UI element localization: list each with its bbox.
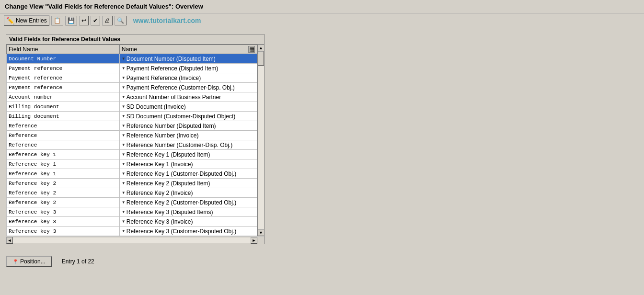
table-row[interactable]: Reference key 2▼Reference Key 2 (Invoice… (7, 188, 257, 198)
title-bar: Change View "Valid Fields for Reference … (0, 0, 644, 13)
dropdown-arrow-icon[interactable]: ▼ (122, 124, 126, 128)
name-value: Payment Reference (Disputed Item) (126, 65, 218, 72)
table-row[interactable]: Reference key 2▼Reference Key 2 (Custome… (7, 198, 257, 207)
data-table: Field Name Name ▦ Document Number▼Docume… (6, 45, 257, 236)
dropdown-arrow-icon[interactable]: ▼ (122, 57, 126, 61)
name-value: Reference Key 3 (Disputed Items) (126, 209, 213, 216)
field-cell: Reference key 2 (7, 179, 120, 188)
h-scroll-track[interactable] (13, 238, 251, 243)
name-cell: ▼Reference Number (Customer-Disp. Obj.) (119, 140, 257, 150)
scroll-track[interactable] (258, 51, 264, 229)
table-wrapper: Field Name Name ▦ Document Number▼Docume… (6, 45, 257, 236)
table-row[interactable]: Reference key 3▼Reference Key 3 (Custome… (7, 227, 257, 236)
undo-button[interactable]: ↩ (79, 16, 89, 25)
find-icon: 🔍 (117, 17, 124, 24)
table-row[interactable]: Reference▼Reference Number (Customer-Dis… (7, 140, 257, 150)
field-cell: Reference (7, 140, 120, 150)
new-entries-button[interactable]: ✏️ New Entries (4, 15, 49, 26)
vertical-scrollbar[interactable]: ▲ ▼ (257, 45, 264, 236)
copy-icon: 📋 (54, 17, 61, 24)
dropdown-arrow-icon[interactable]: ▼ (122, 162, 126, 166)
table-row[interactable]: Document Number▼Document Number (Dispute… (7, 54, 257, 64)
name-cell: ▼Account Number of Business Partner (119, 92, 257, 102)
table-row[interactable]: Reference▼Reference Number (Invoice) (7, 131, 257, 140)
position-label: Position... (20, 258, 46, 265)
page-title: Change View "Valid Fields for Reference … (5, 3, 203, 10)
dropdown-arrow-icon[interactable]: ▼ (122, 200, 126, 204)
horizontal-scrollbar[interactable]: ◄ ► (6, 236, 264, 244)
new-entries-label: New Entries (16, 17, 47, 24)
dropdown-arrow-icon[interactable]: ▼ (122, 152, 126, 157)
find-button[interactable]: 🔍 (115, 16, 126, 25)
name-cell: ▼Payment Reference (Invoice) (119, 73, 257, 83)
print-button[interactable]: 🖨 (102, 16, 113, 25)
table-row[interactable]: Reference▼Reference Number (Disputed Ite… (7, 121, 257, 131)
name-cell: ▼Reference Number (Invoice) (119, 131, 257, 140)
save-button[interactable]: 💾 (65, 16, 77, 25)
field-cell: Billing document (7, 102, 120, 112)
field-cell: Reference key 1 (7, 169, 120, 179)
dropdown-arrow-icon[interactable]: ▼ (122, 171, 126, 176)
table-row[interactable]: Reference key 1▼Reference Key 1 (Invoice… (7, 159, 257, 169)
table-row[interactable]: Reference key 3▼Reference Key 3 (Dispute… (7, 207, 257, 217)
panel: Valid Fields for Reference Default Value… (6, 34, 264, 244)
name-cell: ▼Reference Key 3 (Disputed Items) (119, 207, 257, 217)
field-cell: Payment reference (7, 64, 120, 73)
name-cell: ▼Reference Key 1 (Disputed Item) (119, 150, 257, 159)
dropdown-arrow-icon[interactable]: ▼ (122, 191, 126, 195)
name-cell: ▼Reference Key 1 (Customer-Disputed Obj.… (119, 169, 257, 179)
scroll-thumb[interactable] (258, 51, 264, 66)
name-cell: ▼Payment Reference (Disputed Item) (119, 64, 257, 73)
dropdown-arrow-icon[interactable]: ▼ (122, 85, 126, 90)
table-row[interactable]: Payment reference▼Payment Reference (Cus… (7, 83, 257, 92)
field-cell: Document Number (7, 54, 120, 64)
table-row[interactable]: Account number▼Account Number of Busines… (7, 92, 257, 102)
scroll-left-button[interactable]: ◄ (6, 237, 13, 244)
new-entries-icon: ✏️ (6, 17, 14, 24)
dropdown-arrow-icon[interactable]: ▼ (122, 219, 126, 224)
dropdown-arrow-icon[interactable]: ▼ (122, 95, 126, 99)
copy-button[interactable]: 📋 (51, 16, 63, 25)
table-row[interactable]: Payment reference▼Payment Reference (Inv… (7, 73, 257, 83)
dropdown-arrow-icon[interactable]: ▼ (122, 210, 126, 214)
dropdown-arrow-icon[interactable]: ▼ (122, 114, 126, 118)
check-button[interactable]: ✔ (91, 16, 100, 25)
dropdown-arrow-icon[interactable]: ▼ (122, 181, 126, 185)
table-row[interactable]: Reference key 1▼Reference Key 1 (Custome… (7, 169, 257, 179)
table-row[interactable]: Payment reference▼Payment Reference (Dis… (7, 64, 257, 73)
table-row[interactable]: Billing document▼SD Document (Customer-D… (7, 112, 257, 121)
name-cell: ▼SD Document (Customer-Disputed Object) (119, 112, 257, 121)
name-cell: ▼Reference Key 3 (Customer-Disputed Obj.… (119, 227, 257, 236)
name-value: Reference Key 1 (Disputed Item) (126, 151, 210, 158)
name-value: Reference Key 3 (Invoice) (126, 218, 193, 225)
save-icon: 💾 (68, 17, 75, 24)
table-row[interactable]: Reference key 2▼Reference Key 2 (Dispute… (7, 179, 257, 188)
field-cell: Account number (7, 92, 120, 102)
dropdown-arrow-icon[interactable]: ▼ (122, 229, 126, 233)
name-value: Payment Reference (Invoice) (126, 75, 201, 81)
scroll-up-button[interactable]: ▲ (258, 45, 264, 51)
field-cell: Reference key 3 (7, 207, 120, 217)
column-settings-icon[interactable]: ▦ (248, 46, 255, 53)
table-row[interactable]: Billing document▼SD Document (Invoice) (7, 102, 257, 112)
panel-title: Valid Fields for Reference Default Value… (6, 34, 264, 45)
dropdown-arrow-icon[interactable]: ▼ (122, 66, 126, 70)
dropdown-arrow-icon[interactable]: ▼ (122, 76, 126, 80)
toolbar: ✏️ New Entries 📋 💾 ↩ ✔ 🖨 🔍 www.tutorialk… (0, 13, 644, 28)
dropdown-arrow-icon[interactable]: ▼ (122, 143, 126, 147)
field-name-header: Field Name (7, 45, 120, 54)
position-button[interactable]: 📍 Position... (6, 256, 52, 267)
scroll-right-button[interactable]: ► (251, 237, 257, 244)
scroll-down-button[interactable]: ▼ (258, 229, 264, 236)
name-value: Document Number (Disputed Item) (126, 56, 216, 62)
main-content: Valid Fields for Reference Default Value… (0, 28, 644, 250)
table-row[interactable]: Reference key 3▼Reference Key 3 (Invoice… (7, 217, 257, 227)
watermark: www.tutorialkart.com (133, 17, 201, 24)
dropdown-arrow-icon[interactable]: ▼ (122, 104, 126, 109)
name-value: Reference Key 2 (Customer-Disputed Obj.) (126, 199, 236, 206)
dropdown-arrow-icon[interactable]: ▼ (122, 133, 126, 137)
table-row[interactable]: Reference key 1▼Reference Key 1 (Dispute… (7, 150, 257, 159)
name-value: Reference Number (Customer-Disp. Obj.) (126, 142, 232, 148)
field-cell: Reference key 2 (7, 198, 120, 207)
table-container: Field Name Name ▦ Document Number▼Docume… (6, 45, 264, 244)
